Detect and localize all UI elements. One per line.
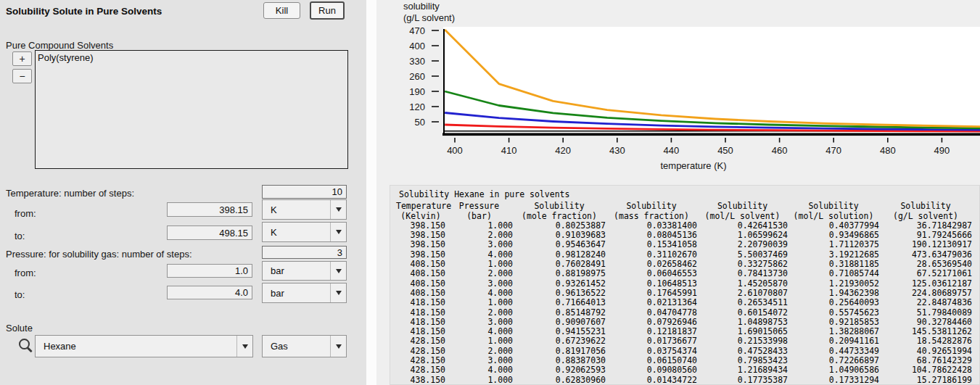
- table-cell: 408.150: [396, 279, 445, 289]
- table-header-cell: (bar): [445, 212, 513, 221]
- table-cell: 0.17331294: [788, 376, 879, 385]
- table-cell: 0.21533998: [697, 336, 788, 346]
- table-cell: 0.17735387: [697, 376, 788, 385]
- table-cell: 0.01434722: [606, 376, 697, 385]
- temperature-to-unit-value: K: [263, 227, 330, 238]
- solute-select[interactable]: Hexane: [35, 335, 253, 357]
- table-cell: 104.78622428: [879, 365, 972, 375]
- table-cell: 0.93496865: [788, 231, 879, 240]
- table-cell: 0.62830960: [513, 376, 606, 385]
- table-cell: 145.53811262: [879, 327, 972, 336]
- table-cell: 40.92651994: [879, 347, 972, 356]
- kill-button[interactable]: Kill: [263, 2, 300, 19]
- table-header-cell: Solubility: [606, 202, 697, 211]
- table-cell: 428.150: [396, 365, 445, 375]
- table-cell: 0.06150740: [606, 356, 697, 365]
- table-cell: 408.150: [396, 260, 445, 269]
- table-cell: 1.06599624: [697, 231, 788, 240]
- plot-area: [443, 27, 980, 133]
- table-cell: 15.27186199: [879, 376, 972, 385]
- table-cell: 0.88198975: [513, 269, 606, 278]
- table-cell: 1.71120375: [788, 240, 879, 249]
- table-cell: 0.06046553: [606, 269, 697, 278]
- table-cell: 2.20790039: [697, 240, 788, 249]
- temperature-to-input[interactable]: [167, 225, 252, 240]
- table-cell: 0.42641530: [697, 221, 788, 231]
- table-cell: 90.32784460: [879, 318, 972, 327]
- table-cell: 438.150: [396, 376, 445, 385]
- table-cell: 0.88387030: [513, 356, 606, 365]
- table-cell: 28.65369540: [879, 260, 972, 269]
- table-cell: 0.47528433: [697, 347, 788, 356]
- pressure-from-input[interactable]: [167, 264, 252, 278]
- temperature-steps-input[interactable]: [262, 185, 347, 199]
- table-header-cell: Solubility: [513, 202, 606, 211]
- pressure-steps-label: Pressure: for solubility gas: number of …: [6, 249, 192, 260]
- y-tick-label: 330: [409, 56, 425, 67]
- table-cell: 0.72266897: [788, 356, 879, 365]
- pressure-to-input[interactable]: [167, 286, 252, 299]
- results-table: TemperaturePressureSolubilitySolubilityS…: [396, 202, 979, 385]
- table-cell: 0.98128240: [513, 250, 606, 260]
- table-cell: 0.95463647: [513, 240, 606, 249]
- table-cell: 4.000: [445, 289, 513, 298]
- table-cell: 0.55745623: [788, 308, 879, 318]
- x-tick-label: 460: [772, 145, 788, 156]
- table-cell: 125.03612187: [879, 279, 972, 289]
- pressure-steps-input[interactable]: [262, 246, 347, 259]
- pressure-from-label: from:: [15, 268, 36, 278]
- add-solvent-button[interactable]: +: [12, 51, 32, 66]
- table-cell: 0.85148792: [513, 308, 606, 318]
- solute-phase-select[interactable]: Gas: [262, 335, 347, 357]
- table-cell: 398.150: [396, 240, 445, 249]
- table-header-cell: Solubility: [879, 202, 972, 211]
- search-icon[interactable]: [19, 339, 30, 349]
- pressure-to-unit-select[interactable]: bar: [262, 283, 347, 303]
- pressure-to-unit-value: bar: [263, 288, 330, 299]
- temperature-to-unit-select[interactable]: K: [262, 222, 347, 242]
- y-tick-label: 190: [409, 86, 425, 97]
- table-cell: 0.71664013: [513, 298, 606, 307]
- table-header-cell: Temperature: [396, 202, 445, 211]
- table-cell: 398.150: [396, 221, 445, 231]
- table-cell: 1.000: [445, 260, 513, 269]
- table-cell: 4.000: [445, 327, 513, 336]
- solvent-list-item[interactable]: Poly(styrene): [36, 51, 347, 63]
- table-cell: 0.96136522: [513, 289, 606, 298]
- table-cell: 428.150: [396, 356, 445, 365]
- table-cell: 3.000: [445, 318, 513, 327]
- table-title: Solubility Hexane in pure solvents: [399, 190, 979, 199]
- chevron-down-icon: [330, 200, 346, 219]
- table-cell: 1.000: [445, 376, 513, 385]
- table-cell: 428.150: [396, 336, 445, 346]
- table-cell: 0.25640093: [788, 298, 879, 307]
- y-tick-label: 470: [409, 25, 425, 36]
- table-cell: 428.150: [396, 347, 445, 356]
- table-cell: 473.63479036: [879, 250, 972, 260]
- results-table-panel: Solubility Hexane in pure solvents Tempe…: [390, 185, 980, 385]
- temperature-from-unit-select[interactable]: K: [262, 199, 347, 220]
- x-tick-label: 440: [664, 145, 680, 156]
- temperature-from-input[interactable]: [167, 202, 252, 217]
- table-cell: 1.45205870: [697, 279, 788, 289]
- table-cell: 0.01736677: [606, 336, 697, 346]
- table-cell: 1.38288067: [788, 327, 879, 336]
- table-cell: 5.50037469: [697, 250, 788, 260]
- table-cell: 3.19212685: [788, 250, 879, 260]
- table-cell: 0.76028491: [513, 260, 606, 269]
- table-cell: 2.61070807: [697, 289, 788, 298]
- table-cell: 36.71842987: [879, 221, 972, 231]
- table-cell: 0.09080560: [606, 365, 697, 375]
- table-cell: 1.000: [445, 336, 513, 346]
- table-cell: 0.03381400: [606, 221, 697, 231]
- remove-solvent-button[interactable]: −: [12, 69, 32, 83]
- solvent-listbox[interactable]: Poly(styrene): [35, 50, 348, 169]
- pressure-from-unit-select[interactable]: bar: [262, 261, 347, 281]
- table-cell: 0.80253887: [513, 221, 606, 231]
- temperature-from-label: from:: [15, 208, 36, 219]
- run-button[interactable]: Run: [310, 1, 345, 20]
- table-header-cell: (mass fraction): [606, 212, 697, 221]
- table-cell: 0.91039683: [513, 231, 606, 240]
- table-header-cell: (g/L solvent): [879, 212, 972, 221]
- panel-title: Solubility Solute in Pure Solvents: [6, 6, 162, 17]
